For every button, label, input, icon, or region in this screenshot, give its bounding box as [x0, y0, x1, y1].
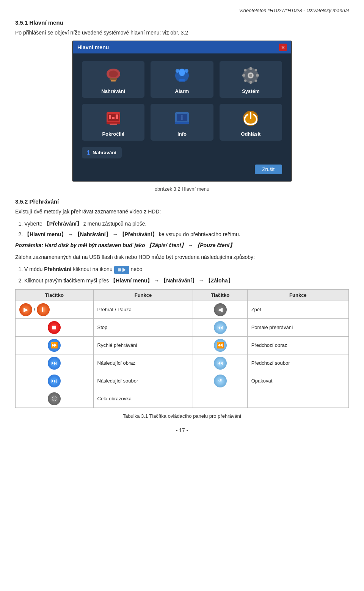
func-slow: Pomalé přehrávání [247, 318, 348, 336]
menu-item-system[interactable]: Systém [220, 61, 282, 98]
prev-frame-button[interactable]: ⏪ [214, 339, 227, 352]
btn-fullscreen: ⛶ [16, 390, 94, 408]
svg-rect-24 [110, 124, 117, 125]
svg-rect-27 [116, 114, 118, 119]
menu-item-pokrocile[interactable]: Pokročilé [82, 104, 144, 141]
logout-icon [241, 108, 260, 128]
menu-item-info[interactable]: i Info [151, 104, 213, 141]
back-button[interactable]: ◀ [214, 303, 227, 316]
backup-step-2: Kliknout pravým tlačítkem myši přes 【Hla… [24, 276, 349, 285]
svg-rect-13 [242, 74, 245, 77]
btn-slow: ⏮ [193, 318, 247, 336]
col-btn2: Tlačítko [193, 289, 247, 301]
menu-window: Hlavní menu ✕ Nahrávání [72, 41, 292, 182]
btn-next-frame: ⏭ [16, 354, 94, 372]
backup-steps-list: V módu Přehrávání kliknout na ikonu nebo… [24, 265, 349, 285]
menu-item-nahravani[interactable]: Nahrávání [82, 61, 144, 98]
btn-play-pause: ▶ / ⏸ [16, 301, 94, 318]
menu-title: Hlavní menu [77, 44, 109, 50]
svg-point-6 [176, 69, 179, 73]
ff-button[interactable]: ⏩ [48, 339, 61, 352]
svg-point-5 [179, 69, 185, 76]
pause-button[interactable]: ⏸ [37, 303, 50, 316]
col-func2: Funkce [247, 289, 348, 301]
section-352-intro: Existují dvě metody jak přehrávat zaznam… [15, 208, 349, 216]
section-351-intro: Po přihlášení se objeví níže uvedené sys… [15, 29, 349, 37]
next-file-button[interactable]: ⏭ [48, 375, 61, 387]
table-footer: Tabulka 3.1 Tlačítka ovládacího panelu p… [15, 412, 349, 420]
svg-rect-26 [112, 117, 115, 119]
menu-item-info-label: Info [177, 131, 187, 137]
btn-back: ◀ [193, 301, 247, 318]
stop-button[interactable]: ⏹ [48, 321, 61, 334]
backup-icon [114, 266, 129, 274]
svg-text:i: i [181, 114, 183, 121]
menu-item-nahravani-small[interactable]: ℹ Nahrávání [82, 147, 122, 158]
table-row: ⛶ Celá obrazovka [16, 390, 349, 408]
slow-button[interactable]: ⏮ [214, 321, 227, 334]
play-button[interactable]: ▶ [19, 303, 32, 316]
func-prev-file: Předchozí soubor [247, 354, 348, 372]
menu-grid: Nahrávání Alarm [82, 61, 282, 141]
svg-rect-8 [179, 79, 185, 81]
table-row: ▶ / ⏸ Přehrát / Pauza ◀ Zpět [16, 301, 349, 318]
step-2: 【Hlavní menu】 → 【Nahrávání】 → 【Přehráván… [24, 230, 349, 238]
menu-body: Nahrávání Alarm [73, 53, 291, 181]
svg-rect-25 [109, 115, 111, 119]
func-next-frame: Následující obraz [93, 354, 193, 372]
func-play-pause: Přehrát / Pauza [93, 301, 193, 318]
prev-file-button[interactable]: ⏮ [214, 357, 227, 370]
menu-titlebar: Hlavní menu ✕ [73, 41, 291, 53]
menu-item-alarm[interactable]: Alarm [151, 61, 213, 98]
func-ff: Rychlé přehrávání [93, 336, 193, 354]
btn-repeat: ↺ [193, 372, 247, 390]
table-row: ⏩ Rychlé přehrávání ⏪ Předchozí obraz [16, 336, 349, 354]
table-row: ⏭ Následující soubor ↺ Opakovat [16, 372, 349, 390]
recording-icon [104, 66, 123, 85]
menu-item-system-label: Systém [242, 88, 259, 94]
menu-item-nahravani-label: Nahrávání [101, 88, 125, 94]
menu-bottom-row: ℹ Nahrávání [82, 147, 282, 158]
func-stop: Stop [93, 318, 193, 336]
svg-rect-14 [256, 74, 259, 77]
btn-ff: ⏩ [16, 336, 94, 354]
section-352-title: 3.5.2 Přehrávání [15, 198, 349, 205]
fullscreen-button[interactable]: ⛶ [48, 392, 61, 405]
func-repeat: Opakovat [247, 372, 348, 390]
menu-item-odhlasit-label: Odhlásit [241, 131, 260, 137]
svg-rect-35 [118, 268, 121, 271]
col-btn1: Tlačítko [16, 289, 94, 301]
system-icon [241, 66, 260, 85]
menu-item-pokrocile-label: Pokročilé [102, 131, 124, 137]
menu-item-nahravani-small-label: Nahrávání [93, 150, 116, 155]
svg-rect-12 [249, 81, 252, 84]
section-351-title: 3.5.1 Hlavní menu [15, 19, 349, 26]
svg-rect-11 [249, 67, 252, 70]
page-header: Videotelefon *H1027/*H1028 - Uživatelský… [15, 8, 349, 13]
svg-point-1 [109, 71, 118, 77]
btn-prev-frame: ⏪ [193, 336, 247, 354]
next-frame-button[interactable]: ⏭ [48, 357, 61, 370]
page-number: - 17 - [15, 427, 349, 433]
svg-point-20 [249, 74, 252, 77]
table-row: ⏭ Následující obraz ⏮ Předchozí soubor [16, 354, 349, 372]
menu-item-alarm-label: Alarm [175, 88, 189, 94]
backup-text: Záloha zaznamenaných dat na USB flash di… [15, 253, 349, 261]
svg-point-7 [185, 69, 188, 73]
func-fullscreen: Celá obrazovka [93, 390, 193, 408]
menu-footer: Zrušit [82, 163, 282, 175]
btn-next-file: ⏭ [16, 372, 94, 390]
alarm-icon [172, 66, 192, 85]
btn-prev-file: ⏮ [193, 354, 247, 372]
cancel-button[interactable]: Zrušit [255, 165, 282, 174]
svg-rect-3 [111, 80, 116, 82]
func-prev-frame: Předchozí obraz [247, 336, 348, 354]
func-empty [247, 390, 348, 408]
repeat-button[interactable]: ↺ [214, 375, 227, 387]
menu-item-odhlasit[interactable]: Odhlásit [220, 104, 282, 141]
advanced-icon [104, 108, 123, 128]
menu-close-button[interactable]: ✕ [279, 44, 287, 51]
controls-table: Tlačítko Funkce Tlačítko Funkce ▶ / ⏸ Př… [15, 289, 349, 408]
note-text: Poznámka: Hard disk by měl být nastaven … [15, 241, 349, 249]
btn-empty [193, 390, 247, 408]
